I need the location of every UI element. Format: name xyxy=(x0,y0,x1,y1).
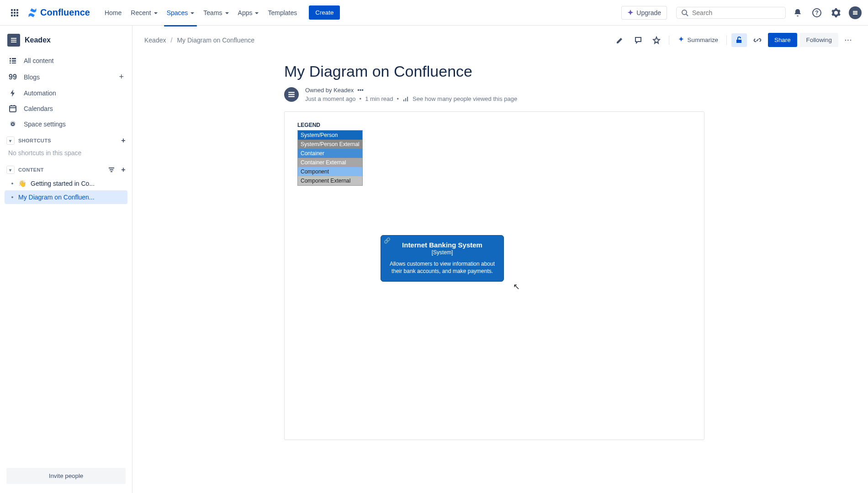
svg-rect-0 xyxy=(11,9,13,11)
page-title: My Diagram on Confluence xyxy=(284,63,868,80)
wave-emoji: 👋 xyxy=(18,180,26,187)
owned-by: Owned by Keadex xyxy=(305,87,354,94)
summarize-button[interactable]: Summarize xyxy=(674,34,722,47)
c4-box-title: Internet Banking System xyxy=(387,241,497,249)
chevron-down-icon xyxy=(190,9,194,16)
list-icon xyxy=(8,57,17,65)
add-content-icon[interactable]: + xyxy=(121,166,126,174)
cursor-icon: ↖ xyxy=(513,282,520,292)
nav-teams[interactable]: Teams xyxy=(199,5,233,20)
notifications-icon[interactable] xyxy=(790,5,805,20)
svg-rect-1 xyxy=(14,9,16,11)
sidebar-item-automation[interactable]: Automation xyxy=(5,85,127,101)
c4-box-stereotype: [System] xyxy=(387,249,497,256)
create-button[interactable]: Create xyxy=(309,5,340,20)
chevron-down-icon xyxy=(224,9,229,16)
legend-container: Container xyxy=(298,149,362,158)
chevron-down-icon[interactable]: ▾ xyxy=(6,166,15,174)
legend-system-person-external: System/Person External xyxy=(298,140,362,149)
sidebar-item-calendars[interactable]: Calendars xyxy=(5,101,127,116)
sidebar-item-space-settings[interactable]: Space settings xyxy=(5,116,127,132)
nav-apps[interactable]: Apps xyxy=(233,5,264,20)
chevron-down-icon[interactable]: ▾ xyxy=(6,136,15,145)
confluence-logo[interactable]: Confluence xyxy=(24,7,94,18)
sidebar-item-blogs[interactable]: 99 Blogs + xyxy=(5,68,127,85)
calendar-icon xyxy=(8,105,17,113)
svg-rect-37 xyxy=(403,100,404,101)
product-name: Confluence xyxy=(40,7,90,18)
more-icon: ··· xyxy=(845,37,852,43)
svg-rect-5 xyxy=(16,12,18,14)
app-switcher-icon[interactable] xyxy=(7,5,22,20)
edit-button[interactable] xyxy=(612,33,628,47)
svg-rect-7 xyxy=(14,15,16,16)
svg-line-10 xyxy=(686,14,688,16)
add-shortcut-icon[interactable]: + xyxy=(121,136,126,145)
nav-home[interactable]: Home xyxy=(100,5,126,20)
sparkle-icon xyxy=(627,10,634,16)
analytics-icon xyxy=(402,96,409,102)
svg-rect-2 xyxy=(16,9,18,11)
c4-system-box[interactable]: 🔗 Internet Banking System [System] Allow… xyxy=(381,235,504,282)
link-icon xyxy=(753,36,762,44)
svg-rect-19 xyxy=(10,58,11,59)
nav-templates[interactable]: Templates xyxy=(263,5,302,20)
star-button[interactable] xyxy=(649,33,664,47)
ai-sparkle-icon xyxy=(677,37,685,44)
svg-rect-22 xyxy=(12,60,16,62)
space-header[interactable]: Keadex xyxy=(5,30,127,53)
following-button[interactable]: Following xyxy=(800,33,838,47)
star-icon xyxy=(652,36,661,44)
help-icon[interactable]: ? xyxy=(810,5,824,20)
section-shortcuts[interactable]: ▾ SHORTCUTS + xyxy=(5,132,127,147)
nav-recent[interactable]: Recent xyxy=(126,5,162,20)
legend: System/Person System/Person External Con… xyxy=(297,130,363,186)
search-icon xyxy=(681,9,688,16)
svg-rect-24 xyxy=(12,63,16,63)
breadcrumb-space[interactable]: Keadex xyxy=(144,37,166,44)
pencil-icon xyxy=(616,36,624,44)
filter-icon[interactable] xyxy=(108,167,115,173)
shortcuts-empty: No shortcuts in this space xyxy=(5,147,127,161)
svg-text:99: 99 xyxy=(9,73,17,81)
svg-rect-26 xyxy=(10,106,16,112)
timestamp: Just a moment ago xyxy=(305,95,356,102)
gear-icon xyxy=(8,120,17,128)
svg-point-9 xyxy=(682,10,687,15)
svg-rect-4 xyxy=(14,12,16,14)
copy-link-button[interactable] xyxy=(750,33,765,47)
owner-avatar[interactable] xyxy=(284,87,299,102)
sidebar-item-all-content[interactable]: All content xyxy=(5,53,127,68)
read-time: 1 min read xyxy=(365,95,393,102)
svg-rect-20 xyxy=(12,58,16,59)
settings-icon[interactable] xyxy=(829,5,843,20)
svg-rect-8 xyxy=(16,15,18,16)
restrictions-button[interactable] xyxy=(731,33,747,47)
invite-people-button[interactable]: Invite people xyxy=(6,468,126,484)
legend-container-external: Container External xyxy=(298,158,362,167)
share-button[interactable]: Share xyxy=(768,33,797,47)
tree-item-my-diagram[interactable]: • My Diagram on Confluen... xyxy=(5,190,127,204)
views-link[interactable]: See how many people viewed this page xyxy=(413,95,517,102)
svg-rect-6 xyxy=(11,15,13,16)
profile-avatar[interactable] xyxy=(848,5,863,20)
comment-icon xyxy=(634,36,642,44)
bolt-icon xyxy=(8,89,17,97)
c4-box-description: Allows customers to view information abo… xyxy=(387,260,497,275)
section-content[interactable]: ▾ CONTENT + xyxy=(5,161,127,177)
search-input[interactable] xyxy=(676,7,786,19)
tree-item-getting-started[interactable]: • 👋 Getting started in Co... xyxy=(5,177,127,190)
svg-rect-21 xyxy=(10,60,11,62)
diagram-macro[interactable]: LEGEND System/Person System/Person Exter… xyxy=(284,111,704,440)
more-actions-button[interactable]: ··· xyxy=(841,34,856,46)
owner-more-icon[interactable]: ••• xyxy=(357,87,364,94)
nav-spaces[interactable]: Spaces xyxy=(162,5,199,20)
lock-open-icon xyxy=(735,36,743,44)
upgrade-button[interactable]: Upgrade xyxy=(621,6,667,20)
add-blog-icon[interactable]: + xyxy=(119,72,124,82)
svg-rect-38 xyxy=(405,98,406,101)
breadcrumb-page[interactable]: My Diagram on Confluence xyxy=(177,37,254,44)
comment-button[interactable] xyxy=(630,33,646,47)
svg-rect-3 xyxy=(11,12,13,14)
chevron-down-icon xyxy=(254,9,259,16)
